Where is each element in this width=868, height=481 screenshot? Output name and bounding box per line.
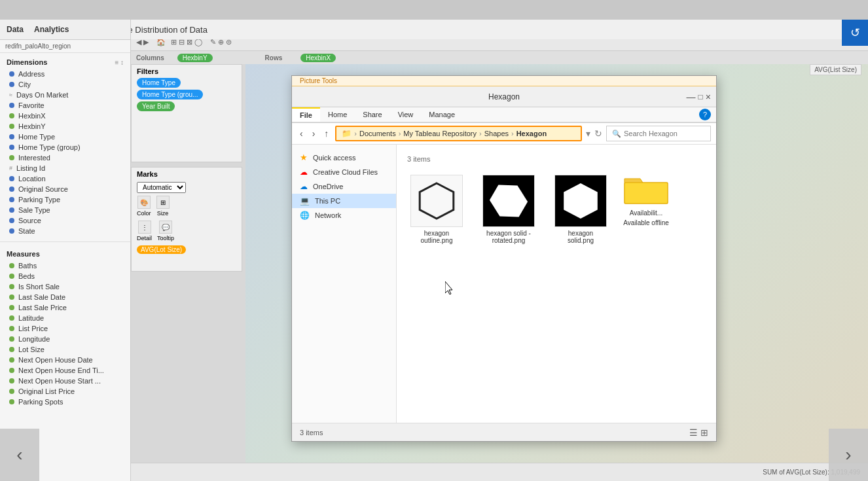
- file-hexagon-outline[interactable]: hexagon outline.png: [407, 171, 466, 248]
- meas-list-price[interactable]: List Price: [0, 323, 130, 334]
- onedrive-icon: ☁: [300, 182, 308, 191]
- close-button[interactable]: ×: [706, 92, 711, 102]
- hexagon-solid-thumb: [554, 175, 607, 227]
- meas-last-sale-price[interactable]: Last Sale Price: [0, 302, 130, 313]
- breadcrumb-tableau-repo[interactable]: My Tableau Repository: [403, 130, 477, 137]
- dim-address[interactable]: Address: [0, 69, 130, 79]
- search-box[interactable]: 🔍: [606, 126, 711, 141]
- folder-label1: Availabilit...: [630, 209, 662, 217]
- nav-quick-access[interactable]: ★ Quick access: [292, 150, 396, 165]
- analytics-tab[interactable]: Analytics: [34, 25, 69, 34]
- marks-panel: Marks Automatic 🎨 Color ⊞ Size ⋮ Detail …: [131, 167, 242, 272]
- breadcrumb-hexagon[interactable]: Hexagon: [516, 130, 547, 137]
- meas-baths[interactable]: Baths: [0, 260, 130, 271]
- nav-creative-cloud[interactable]: ☁ Creative Cloud Files: [292, 165, 396, 179]
- meas-next-open-start[interactable]: Next Open House Start ...: [0, 376, 130, 386]
- file-hexagon-solid[interactable]: hexagon solid.png: [551, 171, 610, 248]
- hexagon-outline-svg: [417, 181, 456, 221]
- dimensions-section: Dimensions ≡ ↕ Address City ≈Days On Mar…: [0, 53, 130, 239]
- item-count: 3 items: [407, 155, 706, 163]
- quick-access-label: Quick access: [313, 154, 355, 162]
- file-hexagon-solid-rotated[interactable]: hexagon solid - rotated.png: [479, 171, 538, 248]
- data-tab[interactable]: Data: [7, 25, 24, 34]
- minimize-button[interactable]: —: [687, 92, 696, 102]
- back-button[interactable]: ‹: [297, 127, 306, 140]
- meas-beds[interactable]: Beds: [0, 271, 130, 281]
- nav-this-pc[interactable]: 💻 This PC: [292, 194, 396, 208]
- help-button[interactable]: ?: [699, 109, 711, 120]
- onedrive-label: OneDrive: [313, 183, 343, 190]
- address-path[interactable]: 📁 › Documents › My Tableau Repository › …: [335, 126, 582, 141]
- avg-lot-size-pill[interactable]: AVG(Lot Size): [137, 245, 186, 254]
- dim-listing-id[interactable]: #Listing Id: [0, 163, 130, 173]
- ribbon-tab-manage[interactable]: Manage: [421, 107, 463, 122]
- dim-home-type-group[interactable]: Home Type (group): [0, 142, 130, 152]
- reset-button[interactable]: ↺: [842, 20, 868, 46]
- marks-size-btn[interactable]: ⊞ Size: [156, 196, 170, 217]
- prev-arrow[interactable]: ‹: [0, 429, 39, 481]
- dim-home-type[interactable]: Home Type: [0, 132, 130, 142]
- hexbinx-pill[interactable]: HexbinX: [300, 54, 336, 62]
- meas-next-open-house[interactable]: Next Open House Date: [0, 355, 130, 365]
- ribbon-tab-file[interactable]: File: [292, 107, 320, 122]
- meas-latitude[interactable]: Latitude: [0, 313, 130, 323]
- dim-sale-type[interactable]: Sale Type: [0, 205, 130, 215]
- marks-color-btn[interactable]: 🎨 Color: [137, 196, 151, 217]
- ribbon-tab-share[interactable]: Share: [355, 107, 389, 122]
- meas-last-sale-date[interactable]: Last Sale Date: [0, 292, 130, 302]
- list-view-button[interactable]: ☰: [689, 427, 698, 438]
- filter-home-type[interactable]: Home Type: [137, 78, 181, 88]
- meas-is-short-sale[interactable]: Is Short Sale: [0, 281, 130, 292]
- marks-tooltip-btn[interactable]: 💬 Tooltip: [157, 221, 174, 241]
- breadcrumb-shapes[interactable]: Shapes: [484, 130, 509, 137]
- refresh-button[interactable]: ↻: [594, 128, 602, 139]
- dim-original-source[interactable]: Original Source: [0, 184, 130, 194]
- dim-source[interactable]: Source: [0, 215, 130, 226]
- network-label: Network: [315, 211, 341, 219]
- next-arrow[interactable]: ›: [829, 429, 868, 481]
- hexagon-solid-name: hexagon solid.png: [555, 230, 606, 244]
- picture-tools-banner: Picture Tools: [292, 76, 716, 86]
- marks-type-select[interactable]: Automatic: [137, 182, 186, 193]
- window-controls: — □ ×: [687, 92, 711, 102]
- ribbon-tab-view[interactable]: View: [390, 107, 422, 122]
- up-button[interactable]: ↑: [321, 127, 331, 140]
- creative-cloud-label: Creative Cloud Files: [313, 168, 378, 176]
- nav-network[interactable]: 🌐 Network: [292, 208, 396, 223]
- filter-year-built[interactable]: Year Built: [137, 101, 175, 111]
- dim-hexbiny[interactable]: HexbinY: [0, 121, 130, 132]
- hexagon-solid-rotated-name: hexagon solid - rotated.png: [483, 230, 534, 244]
- nav-onedrive[interactable]: ☁ OneDrive: [292, 179, 396, 194]
- tableau-header: Columns HexbinY Rows HexbinX: [131, 51, 868, 64]
- dim-city[interactable]: City: [0, 79, 130, 90]
- grid-view-button[interactable]: ⊞: [700, 427, 708, 438]
- meas-longitude[interactable]: Longitude: [0, 334, 130, 344]
- dim-favorite[interactable]: Favorite: [0, 100, 130, 111]
- address-dropdown-button[interactable]: ▾: [586, 128, 590, 139]
- dim-location[interactable]: Location: [0, 173, 130, 184]
- meas-next-open-end[interactable]: Next Open House End Ti...: [0, 365, 130, 376]
- breadcrumb-documents[interactable]: Documents: [359, 130, 396, 137]
- meas-original-list-price[interactable]: Original List Price: [0, 386, 130, 397]
- maximize-button[interactable]: □: [698, 92, 703, 102]
- forward-button[interactable]: ›: [310, 127, 318, 140]
- dim-parking-type[interactable]: Parking Type: [0, 194, 130, 205]
- network-icon: 🌐: [300, 211, 310, 220]
- filter-home-type-group[interactable]: Home Type (grou...: [137, 90, 203, 99]
- hexbiny-pill[interactable]: HexbinY: [177, 54, 213, 62]
- dim-state[interactable]: State: [0, 226, 130, 236]
- svg-marker-1: [489, 181, 528, 221]
- dim-interested[interactable]: Interested: [0, 152, 130, 163]
- ribbon-tab-home[interactable]: Home: [320, 107, 355, 122]
- search-input[interactable]: [624, 130, 714, 137]
- dim-days-on-market[interactable]: ≈Days On Market: [0, 90, 130, 100]
- measures-section: Measures Baths Beds Is Short Sale Last S…: [0, 245, 130, 410]
- hexagon-solid-rotated-svg: [489, 181, 528, 221]
- meas-lot-size[interactable]: Lot Size: [0, 344, 130, 355]
- folder-item[interactable]: Availabilit... Available offline: [623, 171, 669, 226]
- ribbon: File Home Share View Manage ?: [292, 107, 716, 123]
- columns-label: Columns: [136, 54, 164, 62]
- marks-detail-btn[interactable]: ⋮ Detail: [137, 221, 152, 241]
- meas-parking-spots[interactable]: Parking Spots: [0, 397, 130, 407]
- dim-hexbinx[interactable]: HexbinX: [0, 111, 130, 121]
